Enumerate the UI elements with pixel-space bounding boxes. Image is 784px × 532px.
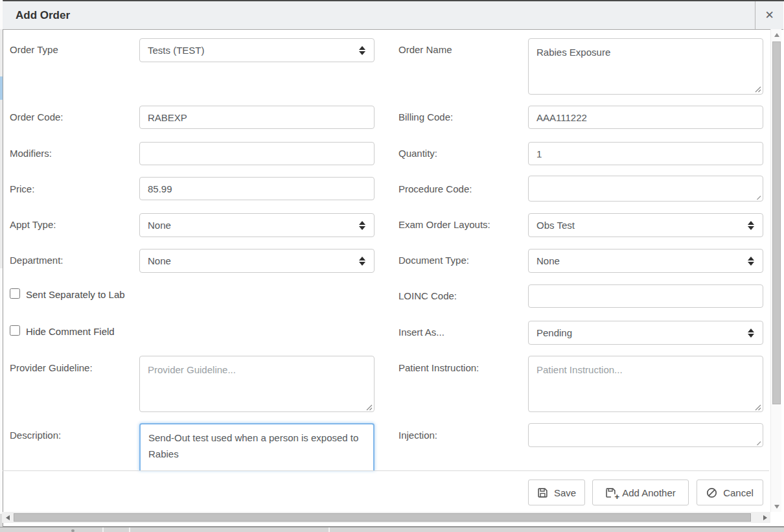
department-value: None bbox=[148, 255, 171, 266]
order-code-label: Order Code: bbox=[10, 111, 63, 122]
horizontal-scrollbar-thumb[interactable] bbox=[14, 513, 751, 522]
appt-type-label: Appt Type: bbox=[10, 219, 56, 230]
order-name-label: Order Name bbox=[398, 44, 452, 55]
modifiers-input[interactable] bbox=[139, 142, 375, 165]
exam-order-layouts-label: Exam Order Layouts: bbox=[398, 219, 490, 230]
plus-icon: + bbox=[615, 492, 620, 501]
provider-guideline-textarea[interactable] bbox=[139, 356, 375, 412]
close-icon[interactable]: ✕ bbox=[755, 1, 783, 29]
vertical-scrollbar[interactable] bbox=[770, 29, 781, 512]
scroll-up-icon[interactable] bbox=[771, 29, 782, 40]
billing-code-label: Billing Code: bbox=[398, 111, 453, 122]
loinc-code-input[interactable] bbox=[528, 284, 763, 308]
order-name-textarea[interactable]: Rabies Exposure bbox=[528, 38, 763, 95]
patient-instruction-textarea[interactable] bbox=[528, 356, 763, 412]
document-type-select[interactable]: None bbox=[528, 249, 763, 273]
select-updown-icon bbox=[359, 221, 365, 230]
scroll-down-icon[interactable] bbox=[771, 501, 782, 512]
select-updown-icon bbox=[359, 46, 365, 55]
document-type-value: None bbox=[536, 255, 560, 266]
department-select[interactable]: None bbox=[139, 249, 375, 273]
exam-order-layouts-select[interactable]: Obs Test bbox=[528, 213, 763, 237]
order-type-value: Tests (TEST) bbox=[148, 45, 205, 56]
background-table-strip bbox=[0, 527, 784, 532]
footer-divider bbox=[3, 470, 769, 471]
price-input[interactable] bbox=[139, 177, 375, 200]
injection-label: Injection: bbox=[398, 430, 437, 441]
select-updown-icon bbox=[359, 257, 365, 266]
add-another-icon: + bbox=[605, 487, 616, 498]
order-type-label: Order Type bbox=[10, 44, 58, 55]
save-icon bbox=[537, 487, 548, 498]
hide-comment-checkbox[interactable] bbox=[10, 325, 20, 336]
cancel-button-label: Cancel bbox=[723, 487, 754, 498]
injection-textarea[interactable] bbox=[528, 423, 763, 447]
insert-as-label: Insert As... bbox=[398, 327, 444, 338]
hide-comment-label: Hide Comment Field bbox=[26, 326, 115, 337]
department-label: Department: bbox=[10, 255, 63, 266]
table-glyph bbox=[71, 529, 75, 532]
save-button-label: Save bbox=[554, 487, 576, 498]
document-type-label: Document Type: bbox=[398, 255, 469, 266]
appt-type-select[interactable]: None bbox=[139, 213, 375, 237]
procedure-code-textarea[interactable] bbox=[528, 176, 763, 202]
cancel-button[interactable]: Cancel bbox=[697, 480, 763, 505]
vertical-scrollbar-thumb[interactable] bbox=[772, 41, 781, 404]
select-updown-icon bbox=[748, 257, 754, 266]
patient-instruction-label: Patient Instruction: bbox=[398, 362, 479, 373]
billing-code-input[interactable] bbox=[528, 106, 763, 129]
appt-type-value: None bbox=[148, 220, 171, 231]
horizontal-scrollbar[interactable] bbox=[2, 512, 770, 523]
screen: Add Order ✕ Order Type Tests (TEST) Orde… bbox=[0, 0, 784, 532]
table-column-divider bbox=[329, 527, 330, 532]
add-another-button[interactable]: + Add Another bbox=[592, 480, 689, 505]
scroll-right-icon[interactable] bbox=[759, 512, 770, 523]
scroll-left-icon[interactable] bbox=[2, 512, 13, 523]
insert-as-select[interactable]: Pending bbox=[528, 321, 763, 345]
order-type-select[interactable]: Tests (TEST) bbox=[139, 38, 375, 62]
description-textarea[interactable]: Send-Out test used when a person is expo… bbox=[139, 423, 375, 470]
exam-order-layouts-value: Obs Test bbox=[536, 220, 575, 231]
select-updown-icon bbox=[748, 329, 754, 338]
dialog-title: Add Order bbox=[16, 1, 70, 29]
quantity-input[interactable] bbox=[528, 142, 763, 165]
price-label: Price: bbox=[10, 183, 34, 194]
loinc-code-label: LOINC Code: bbox=[398, 290, 457, 301]
quantity-label: Quantity: bbox=[398, 148, 437, 159]
add-another-button-label: Add Another bbox=[622, 487, 676, 498]
dialog-titlebar: Add Order ✕ bbox=[3, 1, 783, 30]
cancel-icon bbox=[706, 487, 717, 498]
modifiers-label: Modifiers: bbox=[10, 148, 52, 159]
insert-as-value: Pending bbox=[536, 327, 572, 338]
sent-separately-label: Sent Separately to Lab bbox=[26, 289, 125, 300]
sent-separately-checkbox[interactable] bbox=[10, 288, 20, 299]
select-updown-icon bbox=[748, 221, 754, 230]
description-label: Description: bbox=[10, 430, 61, 441]
table-column-divider bbox=[129, 527, 130, 532]
order-code-input[interactable] bbox=[139, 106, 375, 129]
table-column-divider bbox=[102, 527, 104, 532]
save-button[interactable]: Save bbox=[528, 480, 585, 505]
provider-guideline-label: Provider Guideline: bbox=[10, 362, 93, 373]
procedure-code-label: Procedure Code: bbox=[398, 183, 472, 194]
